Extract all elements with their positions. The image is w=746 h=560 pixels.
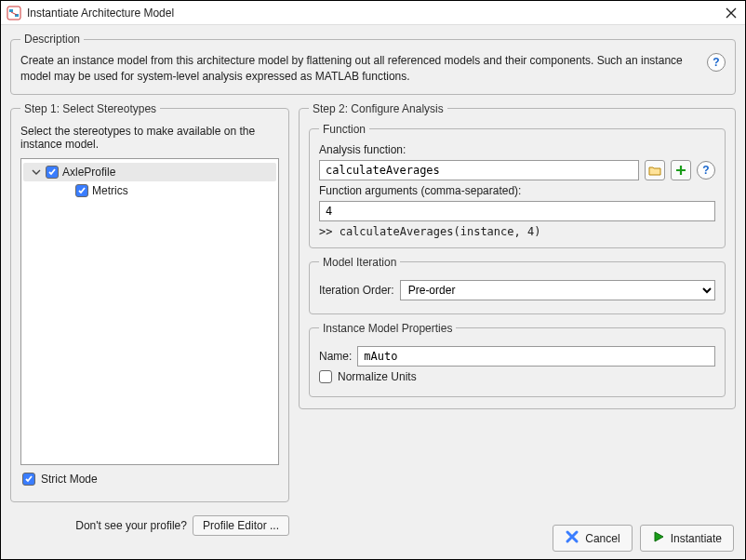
instance-properties-legend: Instance Model Properties xyxy=(319,322,456,335)
chevron-down-icon[interactable] xyxy=(31,167,42,178)
help-icon[interactable]: ? xyxy=(707,53,726,72)
checkbox-normalize-units[interactable] xyxy=(319,370,332,383)
cancel-label: Cancel xyxy=(585,532,619,545)
tree-label-axleprofile: AxleProfile xyxy=(62,166,115,179)
svg-rect-1 xyxy=(9,9,13,12)
window-title: Instantiate Architecture Model xyxy=(27,7,723,20)
iteration-order-select[interactable]: Pre-order xyxy=(400,280,715,300)
function-group: Function Analysis function: ? Function a… xyxy=(309,123,726,248)
app-icon xyxy=(7,6,21,20)
step1-instructions: Select the stereotypes to make available… xyxy=(20,125,279,151)
model-iteration-group: Model Iteration Iteration Order: Pre-ord… xyxy=(309,256,726,314)
titlebar: Instantiate Architecture Model xyxy=(1,1,745,25)
instantiate-button[interactable]: Instantiate xyxy=(640,525,734,552)
function-args-input[interactable] xyxy=(319,201,715,221)
profile-prompt: Don't see your profile? xyxy=(75,519,187,532)
instance-name-label: Name: xyxy=(319,350,352,363)
close-icon[interactable] xyxy=(723,5,739,21)
analysis-function-input[interactable] xyxy=(319,160,639,180)
profile-editor-button[interactable]: Profile Editor ... xyxy=(193,515,289,536)
checkbox-strict-mode[interactable] xyxy=(22,473,35,486)
play-icon xyxy=(652,530,665,546)
normalize-units-label: Normalize Units xyxy=(338,370,417,383)
strict-mode-label: Strict Mode xyxy=(41,473,98,486)
analysis-function-label: Analysis function: xyxy=(319,143,715,156)
instantiate-label: Instantiate xyxy=(671,532,722,545)
description-group: Description Create an instance model fro… xyxy=(10,33,736,95)
function-preview: >> calculateAverages(instance, 4) xyxy=(319,225,715,238)
tree-row-axleprofile[interactable]: AxleProfile xyxy=(23,163,276,181)
checkbox-axleprofile[interactable] xyxy=(46,166,59,179)
cancel-icon xyxy=(565,529,579,547)
instance-name-input[interactable] xyxy=(357,346,715,367)
instance-properties-group: Instance Model Properties Name: Normaliz… xyxy=(309,322,726,397)
function-legend: Function xyxy=(319,123,369,136)
strict-mode-row[interactable]: Strict Mode xyxy=(20,471,279,487)
description-legend: Description xyxy=(20,33,84,46)
stereotype-tree[interactable]: AxleProfile Metrics xyxy=(20,158,279,465)
step1-group: Step 1: Select Stereotypes Select the st… xyxy=(10,102,289,502)
checkbox-metrics[interactable] xyxy=(75,184,88,197)
description-text: Create an instance model from this archi… xyxy=(20,53,699,85)
function-args-label: Function arguments (comma-separated): xyxy=(319,184,715,197)
cancel-button[interactable]: Cancel xyxy=(553,525,632,552)
function-help-icon[interactable]: ? xyxy=(697,161,715,180)
browse-button[interactable] xyxy=(645,160,665,180)
step2-legend: Step 2: Configure Analysis xyxy=(309,102,447,115)
add-button[interactable] xyxy=(671,160,691,180)
normalize-units-row[interactable]: Normalize Units xyxy=(319,370,715,383)
step2-group: Step 2: Configure Analysis Function Anal… xyxy=(299,102,736,409)
iteration-order-label: Iteration Order: xyxy=(319,284,394,297)
iteration-legend: Model Iteration xyxy=(319,256,400,269)
tree-label-metrics: Metrics xyxy=(92,184,128,197)
tree-row-metrics[interactable]: Metrics xyxy=(23,181,276,200)
step1-legend: Step 1: Select Stereotypes xyxy=(20,102,160,115)
